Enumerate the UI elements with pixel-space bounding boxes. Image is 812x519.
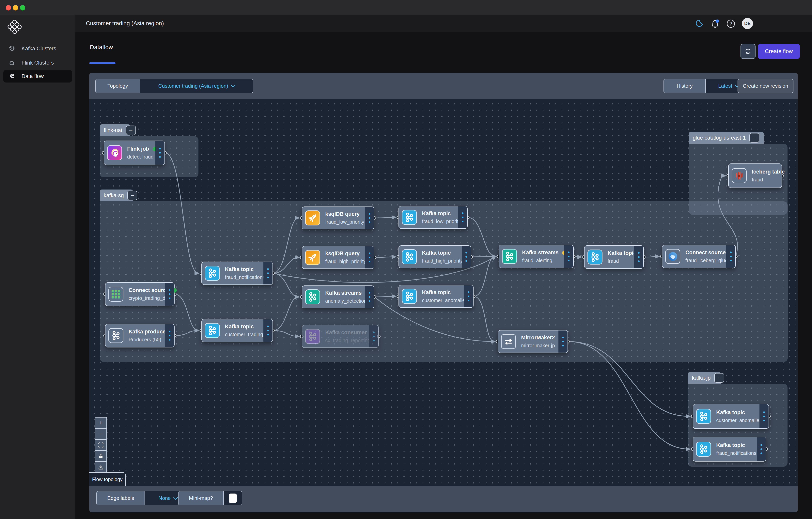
close-window-button[interactable] [6,5,11,10]
node-title: Connect source [128,287,169,293]
bell-icon[interactable] [710,19,720,29]
node-connect-iceberg[interactable]: Connect sourcefraud_iceberg_glue [662,245,736,268]
lock-button[interactable] [95,451,107,461]
kafka-producers-icon [108,328,123,343]
create-flow-button[interactable]: Create flow [758,44,800,59]
group-collapse-button[interactable]: – [714,373,724,383]
node-jp-topic-fraud-notifications[interactable]: Kafka topicfraud_notifications [693,437,766,462]
refresh-button[interactable] [741,44,756,59]
node-menu[interactable] [759,404,768,428]
node-menu[interactable] [263,262,272,284]
node-flink-job[interactable]: Flink jobdetect-fraud [104,141,165,165]
help-icon[interactable]: ? [726,19,736,29]
server-icon [9,60,15,66]
node-topic-fraud[interactable]: Kafka topicfraud [584,245,644,269]
topology-selector-label: Topology [96,79,140,93]
fit-view-icon [98,442,104,448]
node-subtitle: customer_trading [225,332,263,337]
group-label: glue-catalog-us-east-1 [693,135,746,141]
sidebar-item-data-flow[interactable]: Data flow [3,70,72,83]
node-menu[interactable] [464,285,473,307]
node-menu[interactable] [726,245,735,268]
flow-canvas[interactable]: flink-uat–kafka-sg–glue-catalog-us-east-… [89,99,798,486]
group-tab-kafka-jp[interactable]: kafka-jp– [688,372,721,384]
node-streams-fraud-alerting[interactable]: Kafka streamsfraud_alerting [499,245,574,268]
node-topic-fraud-notifications[interactable]: Kafka topicfraud_notifications [201,262,273,285]
node-subtitle: detect-fraud [127,154,157,160]
node-menu[interactable] [634,246,643,268]
node-iceberg-table[interactable]: Iceberg tablefraud [728,163,782,188]
node-consumer-cx[interactable]: Kafka consumercx_trading_reporting [302,325,379,348]
sidebar-item-label: Flink Clusters [22,60,54,66]
kafka-topic-icon [696,441,711,457]
topology-selector[interactable]: Topology Customer trading (Asia region) [95,79,253,93]
node-menu[interactable] [365,286,374,308]
node-menu[interactable] [458,206,467,228]
kafka-streams-icon [305,289,320,304]
zoom-controls: + − [95,417,107,472]
sidebar-item-kafka-clusters[interactable]: Kafka Clusters [3,42,72,55]
ksqldb-rocket-icon [305,250,320,265]
download-button[interactable] [95,462,107,472]
group-tab-glue-catalog-us-east-1[interactable]: glue-catalog-us-east-1– [689,132,764,144]
group-label: kafka-jp [692,375,711,381]
iceberg-table-icon [732,168,747,183]
zoom-window-button[interactable] [20,5,25,10]
sidebar: Kafka Clusters Flink Clusters Data flow [0,16,75,519]
node-menu[interactable] [365,207,374,229]
group-label: flink-uat [104,127,122,133]
dataflow-icon [9,73,15,79]
gear-icon [9,45,15,52]
edge-labels-selector[interactable]: Edge labels None [96,491,191,506]
group-collapse-button[interactable]: – [127,191,137,200]
history-label: History [664,79,705,93]
node-ksqldb-high[interactable]: ksqlDB queryfraud_high_priority [302,246,374,269]
chevron-down-icon [173,495,178,500]
flink-squirrel-icon [107,145,122,160]
node-menu[interactable] [165,283,174,306]
node-menu[interactable] [165,324,174,347]
node-title: Flink job [127,146,149,152]
node-menu[interactable] [757,437,766,461]
node-menu[interactable] [263,319,272,342]
node-menu[interactable] [369,325,378,347]
node-connect-crypto[interactable]: Connect sourcecrypto_trading_dbz [105,282,175,306]
group-collapse-button[interactable]: – [126,126,136,135]
sidebar-item-flink-clusters[interactable]: Flink Clusters [3,57,72,69]
node-menu[interactable] [365,246,374,269]
zoom-in-button[interactable]: + [95,418,107,428]
node-ksqldb-low[interactable]: ksqlDB queryfraud_low_priority [302,207,374,230]
minimap-toggle[interactable] [223,491,242,505]
group-collapse-button[interactable]: – [749,133,759,143]
node-subtitle: fraud_notifications [225,274,265,280]
node-menu[interactable] [155,141,165,165]
group-label: kafka-sg [104,192,124,199]
flow-topology-tab[interactable]: Flow topology [89,472,126,486]
fit-view-button[interactable] [95,440,107,450]
node-topic-customer-trading[interactable]: Kafka topiccustomer_trading [201,319,273,342]
kafka-topic-icon [587,249,603,265]
node-jp-topic-customer-anomalies[interactable]: Kafka topiccustomer_anomalies [693,404,769,429]
node-topic-high[interactable]: Kafka topicfraud_high_priority [399,245,471,268]
group-tab-flink-uat[interactable]: flink-uat– [100,124,130,136]
node-menu[interactable] [564,245,573,268]
avatar[interactable]: DE [742,18,753,29]
group-tab-kafka-sg[interactable]: kafka-sg– [100,189,133,201]
node-producers[interactable]: Kafka producersProducers (50) [105,324,175,347]
node-title: Kafka topic [422,210,451,217]
tab-dataflow[interactable]: Dataflow [90,44,113,51]
node-mirrormaker2[interactable]: MirrorMaker2mirror-maker-jp [498,330,568,353]
node-streams-anomaly[interactable]: Kafka streamsanomaly_detection [302,285,374,308]
node-menu[interactable] [558,331,568,353]
chevron-down-icon [231,83,235,87]
node-topic-customer-anomalies[interactable]: Kafka topiccustomer_anomalies [399,285,473,308]
create-new-revision-button[interactable]: Create new revision [737,79,793,93]
moon-icon[interactable] [694,19,704,29]
zoom-out-button[interactable]: − [95,429,107,439]
kafka-topic-icon [402,289,417,304]
node-topic-low[interactable]: Kafka topicfraud_low_priority [399,206,468,229]
minimize-window-button[interactable] [13,5,18,10]
app-logo-icon [5,18,24,36]
node-menu[interactable] [462,246,471,268]
topology-selector-value[interactable]: Customer trading (Asia region) [140,79,253,93]
